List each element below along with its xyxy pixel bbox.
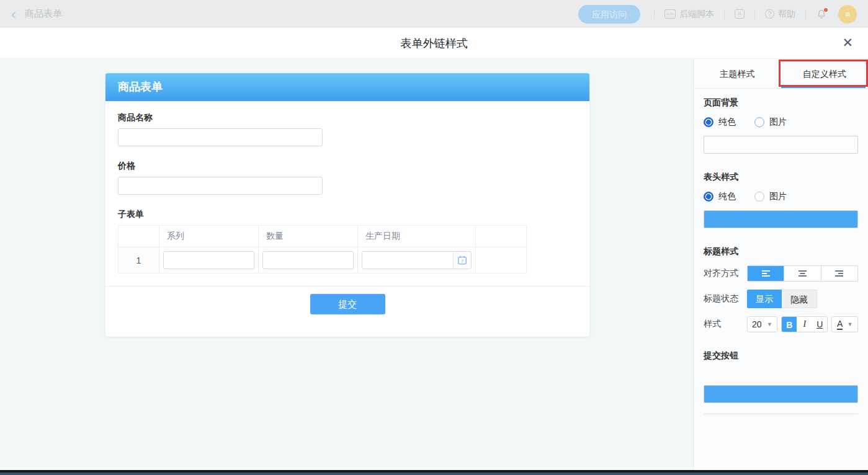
- font-style-label: 样式: [704, 319, 747, 330]
- section-page-background: 页面背景 纯色 图片: [704, 97, 858, 154]
- italic-button[interactable]: I: [797, 317, 812, 332]
- form-header: 商品表单: [105, 73, 589, 101]
- help-icon: ?: [765, 9, 774, 19]
- subform-col-date: 生产日期: [358, 226, 476, 247]
- notification-bell-button[interactable]: [816, 9, 827, 20]
- section-submit-button: 提交按钮: [704, 350, 858, 414]
- profile-card-icon: A: [735, 9, 745, 19]
- radio-image[interactable]: 图片: [754, 117, 787, 128]
- topbar-divider: [754, 9, 755, 19]
- section-header-style: 表头样式 纯色 图片: [704, 172, 858, 228]
- tab-custom-style[interactable]: 自定义样式: [781, 59, 868, 88]
- profile-card-button[interactable]: A: [735, 9, 745, 19]
- subform-label: 子表单: [118, 209, 577, 220]
- style-settings-content: 页面背景 纯色 图片 表头样式: [694, 89, 868, 414]
- style-tabs: 主题样式 自定义样式: [694, 59, 868, 89]
- title-hide-button[interactable]: 隐藏: [782, 290, 817, 308]
- avatar[interactable]: ≡: [838, 5, 857, 24]
- production-date-input[interactable]: [362, 252, 453, 269]
- align-left-button[interactable]: [748, 266, 784, 281]
- tab-custom-style-label: 自定义样式: [803, 69, 846, 79]
- form-body: 商品名称 价格 子表单: [105, 101, 589, 273]
- chevron-down-icon: ▼: [767, 321, 772, 327]
- back-icon[interactable]: ‹: [11, 0, 16, 28]
- align-right-button[interactable]: [821, 266, 857, 281]
- radio-unchecked-icon: [754, 192, 764, 202]
- align-button-group: [747, 265, 858, 282]
- radio-label: 纯色: [718, 117, 736, 128]
- app-access-button[interactable]: 应用访问: [578, 5, 640, 24]
- form-link-style-dialog: 表单外链样式 ✕ 商品表单 商品名称 价格 子表单: [0, 28, 868, 470]
- font-color-icon: A: [837, 319, 843, 330]
- series-input[interactable]: [163, 251, 254, 269]
- calendar-picker-button[interactable]: 7: [453, 252, 471, 269]
- dialog-header: 表单外链样式 ✕: [0, 28, 868, 59]
- radio-solid-color[interactable]: 纯色: [704, 191, 736, 202]
- font-size-select[interactable]: 20 ▼: [747, 316, 777, 332]
- align-center-icon: [798, 270, 807, 277]
- subform-empty-cell: [476, 247, 527, 273]
- title-state-row: 标题状态 显示 隐藏: [704, 290, 858, 308]
- text-format-group: B I U: [781, 316, 828, 332]
- radio-unchecked-icon: [754, 117, 764, 127]
- font-color-select[interactable]: A ▼: [831, 316, 858, 332]
- dialog-title: 表单外链样式: [0, 28, 868, 59]
- field-group-price: 价格: [118, 161, 577, 195]
- section-title: 表头样式: [704, 172, 858, 183]
- topbar-divider: [724, 9, 725, 19]
- title-show-button[interactable]: 显示: [747, 290, 782, 308]
- page-background-color-swatch[interactable]: [704, 136, 858, 154]
- align-label: 对齐方式: [704, 268, 747, 279]
- field-group-product-name: 商品名称: [118, 112, 577, 146]
- subform-row: 1: [119, 247, 527, 273]
- app-title: 商品表单: [25, 8, 62, 20]
- product-name-input[interactable]: [118, 128, 323, 146]
- price-input[interactable]: [118, 177, 323, 195]
- help-label: 帮助: [778, 9, 795, 20]
- backend-script-button[interactable]: </> 后端脚本: [664, 9, 714, 20]
- form-preview-area: 商品表单 商品名称 价格 子表单: [0, 59, 693, 470]
- radio-label: 纯色: [718, 191, 736, 202]
- topbar-divider: [654, 9, 655, 19]
- underline-button[interactable]: U: [812, 317, 828, 332]
- submit-color-swatch[interactable]: [704, 385, 858, 403]
- tab-theme-style[interactable]: 主题样式: [694, 59, 781, 88]
- quantity-input[interactable]: [262, 251, 354, 269]
- field-label: 价格: [118, 161, 577, 172]
- radio-label: 图片: [769, 117, 787, 128]
- section-divider: [704, 414, 858, 414]
- title-state-label: 标题状态: [704, 293, 747, 304]
- submit-button[interactable]: 提交: [310, 294, 385, 314]
- svg-text:7: 7: [461, 259, 464, 264]
- window-bottom-edge: [0, 470, 868, 475]
- section-title: 标题样式: [704, 246, 858, 257]
- close-icon[interactable]: ✕: [842, 35, 853, 50]
- header-style-mode: 纯色 图片: [704, 191, 858, 202]
- topbar: ‹ 商品表单 应用访问 </> 后端脚本 A ? 帮助 ≡: [0, 0, 868, 28]
- section-title-style: 标题样式 对齐方式: [704, 246, 858, 332]
- align-right-icon: [834, 270, 844, 277]
- font-style-row: 样式 20 ▼ B I U A ▼: [704, 316, 858, 332]
- subform-col-extra: [476, 226, 527, 247]
- chevron-down-icon: ▼: [847, 321, 852, 327]
- help-button[interactable]: ? 帮助: [765, 9, 795, 20]
- title-state-group: 显示 隐藏: [747, 290, 817, 308]
- subform-col-index: [119, 226, 159, 247]
- field-group-subform: 子表单 系列 数量 生产日期: [118, 209, 577, 273]
- subform-header-row: 系列 数量 生产日期: [119, 226, 527, 247]
- page-background-mode: 纯色 图片: [704, 117, 858, 128]
- align-center-button[interactable]: [784, 266, 820, 281]
- backend-script-label: 后端脚本: [679, 9, 714, 20]
- notification-dot: [824, 8, 828, 12]
- date-input-group: 7: [362, 251, 472, 269]
- font-size-value: 20: [752, 319, 762, 329]
- radio-image[interactable]: 图片: [754, 191, 787, 202]
- subform-col-quantity: 数量: [259, 226, 358, 247]
- align-row: 对齐方式: [704, 265, 858, 282]
- subform-col-series: 系列: [159, 226, 259, 247]
- radio-solid-color[interactable]: 纯色: [704, 117, 736, 128]
- header-color-swatch[interactable]: [704, 210, 858, 228]
- align-left-icon: [761, 270, 771, 277]
- row-number: 1: [119, 247, 159, 273]
- bold-button[interactable]: B: [782, 317, 797, 332]
